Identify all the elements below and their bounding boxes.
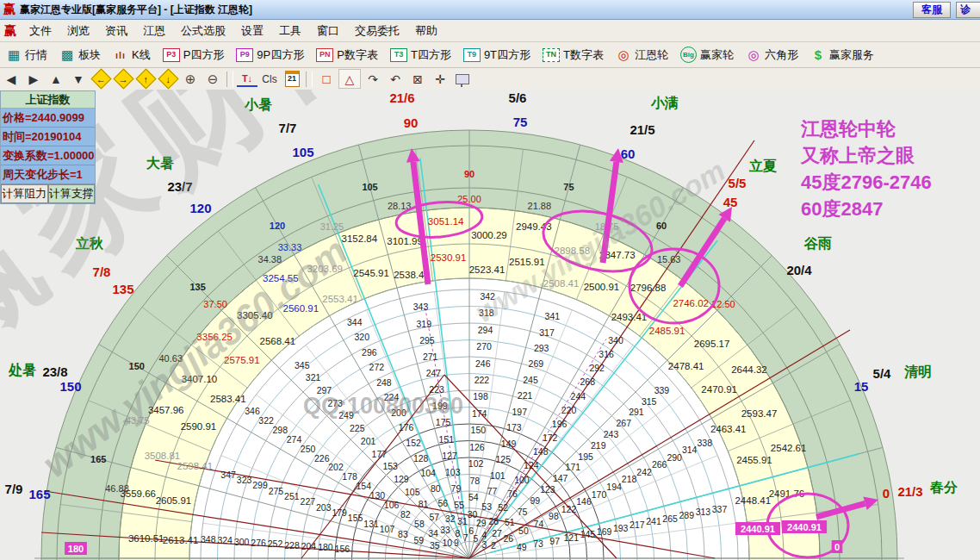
menu-item-设置[interactable]: 设置 bbox=[233, 22, 271, 40]
svg-text:52: 52 bbox=[498, 502, 508, 513]
svg-text:105: 105 bbox=[405, 487, 420, 497]
toolbar-button-K线[interactable]: ılıK线 bbox=[107, 45, 157, 65]
toolbar-button-9T四方形[interactable]: T99T四方形 bbox=[457, 45, 537, 65]
svg-text:2796.88: 2796.88 bbox=[630, 283, 667, 293]
shift-up-button[interactable]: ↑ bbox=[135, 70, 156, 88]
svg-text:274: 274 bbox=[287, 434, 302, 445]
shift-left-button[interactable]: ← bbox=[90, 70, 111, 88]
svg-text:80: 80 bbox=[431, 483, 441, 494]
svg-text:立夏: 立夏 bbox=[748, 159, 777, 173]
toolbar-button-T数字表[interactable]: TNT数字表 bbox=[537, 45, 610, 65]
svg-text:3508.81: 3508.81 bbox=[145, 451, 181, 461]
svg-text:2530.91: 2530.91 bbox=[431, 252, 467, 263]
svg-text:343: 343 bbox=[413, 302, 429, 312]
svg-text:220: 220 bbox=[561, 405, 577, 415]
rotate-ccw-button[interactable]: ↶ bbox=[385, 70, 406, 88]
svg-text:21/5: 21/5 bbox=[630, 122, 654, 137]
svg-text:176: 176 bbox=[399, 422, 414, 432]
shift-right-button[interactable]: → bbox=[113, 70, 133, 88]
svg-text:156: 156 bbox=[335, 544, 350, 554]
menu-item-交易委托[interactable]: 交易委托 bbox=[347, 22, 407, 40]
rotate-cw-button[interactable]: ↷ bbox=[363, 70, 383, 88]
menu-item-公式选股[interactable]: 公式选股 bbox=[173, 22, 233, 40]
toolbar-button-行情[interactable]: ▦行情 bbox=[0, 45, 53, 65]
toolbar-button-赢家轮[interactable]: Big赢家轮 bbox=[674, 45, 740, 65]
nav-down-button[interactable]: ▼ bbox=[68, 70, 89, 88]
zoom-out-button[interactable]: ⊖ bbox=[202, 70, 223, 88]
svg-text:30: 30 bbox=[468, 509, 478, 520]
nav-up-button[interactable]: ▲ bbox=[46, 70, 66, 88]
svg-text:2553.41: 2553.41 bbox=[322, 294, 358, 304]
toolbar-button-板块[interactable]: ▩板块 bbox=[53, 45, 107, 65]
nav-right-button[interactable]: ▶ bbox=[23, 70, 44, 88]
toolbar-button-六角形[interactable]: ◎六角形 bbox=[740, 45, 804, 65]
toolbar-button-P四方形[interactable]: P3P四方形 bbox=[157, 45, 231, 65]
menu-item-工具[interactable]: 工具 bbox=[271, 22, 309, 40]
svg-text:2515.91: 2515.91 bbox=[509, 257, 545, 267]
svg-text:0: 0 bbox=[883, 486, 890, 501]
menu-bar: 赢 文件浏览资讯江恩公式选股设置工具窗口交易委托帮助 bbox=[0, 20, 980, 42]
svg-text:102: 102 bbox=[468, 458, 484, 469]
svg-text:2545.91: 2545.91 bbox=[353, 268, 389, 278]
svg-text:107: 107 bbox=[380, 524, 395, 534]
menu-item-浏览[interactable]: 浏览 bbox=[59, 22, 97, 40]
svg-text:170: 170 bbox=[592, 489, 607, 500]
svg-text:31.25: 31.25 bbox=[320, 221, 344, 232]
menu-item-帮助[interactable]: 帮助 bbox=[407, 22, 445, 40]
draw-triangle-button[interactable]: △ bbox=[338, 69, 361, 89]
svg-text:131: 131 bbox=[363, 519, 379, 529]
calc-resistance-button[interactable]: 计算阻力 bbox=[1, 184, 48, 203]
svg-text:146: 146 bbox=[576, 496, 592, 507]
svg-text:2746.02: 2746.02 bbox=[673, 298, 709, 308]
customer-service-button[interactable]: 客服 bbox=[913, 2, 951, 18]
svg-text:298: 298 bbox=[273, 425, 288, 435]
svg-text:290: 290 bbox=[667, 452, 682, 463]
toolbar-button-赢家服务[interactable]: $赢家服务 bbox=[804, 45, 880, 65]
menu-item-窗口[interactable]: 窗口 bbox=[309, 22, 347, 40]
svg-text:196: 196 bbox=[552, 419, 568, 429]
toolbar-button-T四方形[interactable]: T3T四方形 bbox=[384, 45, 457, 65]
draw-square-button[interactable]: □ bbox=[316, 70, 337, 88]
partial-button[interactable]: 诊 bbox=[956, 2, 980, 18]
svg-text:123: 123 bbox=[540, 484, 555, 495]
svg-text:173: 173 bbox=[506, 422, 522, 432]
svg-text:79: 79 bbox=[451, 483, 462, 494]
svg-text:0: 0 bbox=[834, 542, 840, 552]
nav-left-button[interactable]: ◀ bbox=[1, 70, 22, 88]
svg-text:59: 59 bbox=[414, 535, 425, 545]
svg-text:3051.14: 3051.14 bbox=[428, 216, 464, 227]
calendar-button[interactable]: 21 bbox=[282, 70, 302, 88]
svg-text:193: 193 bbox=[613, 523, 629, 533]
screen-button[interactable] bbox=[452, 70, 473, 88]
menu-item-资讯[interactable]: 资讯 bbox=[97, 22, 135, 40]
cls-button[interactable]: Cls bbox=[259, 70, 280, 88]
svg-text:323: 323 bbox=[237, 475, 252, 485]
center-cross-button[interactable]: ✛ bbox=[430, 70, 450, 88]
toolbar-button-9P四方形[interactable]: P99P四方形 bbox=[230, 45, 310, 65]
svg-text:立秋: 立秋 bbox=[75, 236, 104, 251]
svg-text:7/9: 7/9 bbox=[5, 482, 23, 496]
p9-icon: P9 bbox=[236, 48, 253, 62]
t-down-button[interactable]: T↓ bbox=[237, 72, 257, 87]
svg-text:217: 217 bbox=[630, 520, 645, 530]
menu-item-文件[interactable]: 文件 bbox=[22, 22, 59, 40]
info-panel-rows: 价格=2440.9099时间=20190104变换系数=1.00000周天变化步… bbox=[1, 109, 95, 184]
calc-support-button[interactable]: 计算支撑 bbox=[48, 184, 96, 203]
svg-text:299: 299 bbox=[252, 480, 268, 490]
svg-text:2575.91: 2575.91 bbox=[224, 355, 260, 365]
svg-text:春分: 春分 bbox=[929, 480, 958, 495]
box-x-button[interactable]: ⊠ bbox=[407, 70, 428, 88]
svg-text:7/8: 7/8 bbox=[93, 264, 111, 279]
zoom-in-button[interactable]: ⊕ bbox=[180, 70, 201, 88]
menu-item-江恩[interactable]: 江恩 bbox=[135, 22, 173, 40]
shift-down-button[interactable]: ↓ bbox=[158, 70, 178, 88]
svg-text:105: 105 bbox=[292, 145, 313, 159]
svg-text:4: 4 bbox=[481, 530, 487, 540]
toolbar-button-江恩轮[interactable]: ◎江恩轮 bbox=[610, 45, 674, 65]
toolbar-button-P数字表[interactable]: PNP数字表 bbox=[310, 45, 384, 65]
svg-text:300: 300 bbox=[234, 537, 250, 547]
svg-text:10: 10 bbox=[442, 538, 452, 548]
annotation-line: 60度2847 bbox=[801, 196, 932, 222]
gann-wheel-chart-area[interactable]: 3373383393403413423433443453463473483133… bbox=[0, 90, 980, 560]
svg-text:120: 120 bbox=[189, 201, 211, 215]
